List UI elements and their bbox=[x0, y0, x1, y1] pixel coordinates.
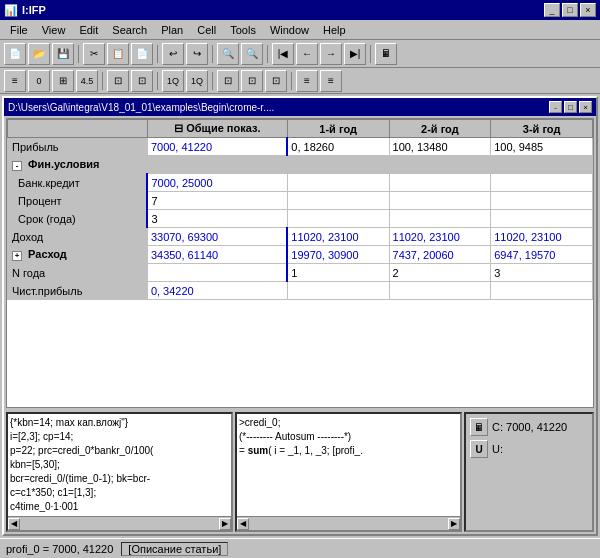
tb2-b5[interactable]: ⊡ bbox=[265, 70, 287, 92]
tb2-lines2[interactable]: ≡ bbox=[320, 70, 342, 92]
tb2-b2[interactable]: ⊡ bbox=[131, 70, 153, 92]
inner-close[interactable]: × bbox=[579, 101, 592, 113]
cell-ngoda-0[interactable] bbox=[147, 264, 287, 282]
tb2-lines[interactable]: ≡ bbox=[296, 70, 318, 92]
tb2-zero[interactable]: 0 bbox=[28, 70, 50, 92]
cell-rashod-3[interactable]: 6947, 19570 bbox=[491, 246, 593, 264]
code-mid-line-2: (*-------- Autosum --------*) bbox=[239, 430, 458, 444]
new-button[interactable]: 📄 bbox=[4, 43, 26, 65]
close-button[interactable]: × bbox=[580, 3, 596, 17]
find-button[interactable]: 🔍 bbox=[241, 43, 263, 65]
expand-rashod-icon[interactable]: + bbox=[12, 251, 22, 261]
cell-bank-3[interactable] bbox=[491, 174, 593, 192]
table-row: + Расход 34350, 61140 19970, 30900 7437,… bbox=[8, 246, 593, 264]
cell-chistpribyl-3[interactable] bbox=[491, 282, 593, 300]
cell-ngoda-2[interactable]: 2 bbox=[389, 264, 491, 282]
scroll-left-arrow[interactable]: ◀ bbox=[8, 518, 20, 530]
cell-dohod-0[interactable]: 33070, 69300 bbox=[147, 228, 287, 246]
menu-plan[interactable]: Plan bbox=[155, 23, 189, 37]
scroll-right-arrow[interactable]: ▶ bbox=[219, 518, 231, 530]
menu-search[interactable]: Search bbox=[106, 23, 153, 37]
cell-srok-3[interactable] bbox=[491, 210, 593, 228]
cell-srok-0[interactable]: 3 bbox=[147, 210, 287, 228]
inner-minimize[interactable]: - bbox=[549, 101, 562, 113]
undo-button[interactable]: ↩ bbox=[162, 43, 184, 65]
paste-button[interactable]: 📄 bbox=[131, 43, 153, 65]
open-button[interactable]: 📂 bbox=[28, 43, 50, 65]
cell-rashod-1[interactable]: 19970, 30900 bbox=[287, 246, 389, 264]
search-button[interactable]: 🔍 bbox=[217, 43, 239, 65]
cell-dohod-1[interactable]: 11020, 23100 bbox=[287, 228, 389, 246]
cell-rashod-2[interactable]: 7437, 20060 bbox=[389, 246, 491, 264]
menu-cell[interactable]: Cell bbox=[191, 23, 222, 37]
row-label-fin[interactable]: - Фин.условия bbox=[8, 156, 593, 174]
row-label-rashod[interactable]: + Расход bbox=[8, 246, 148, 264]
cut-button[interactable]: ✂ bbox=[83, 43, 105, 65]
table-row: N года 1 2 3 bbox=[8, 264, 593, 282]
cell-dohod-2[interactable]: 11020, 23100 bbox=[389, 228, 491, 246]
menu-view[interactable]: View bbox=[36, 23, 72, 37]
cell-srok-2[interactable] bbox=[389, 210, 491, 228]
cell-ngoda-1[interactable]: 1 bbox=[287, 264, 389, 282]
sep-3 bbox=[212, 45, 213, 63]
redo-button[interactable]: ↪ bbox=[186, 43, 208, 65]
cell-chistpribyl-0[interactable]: 0, 34220 bbox=[147, 282, 287, 300]
cell-srok-1[interactable] bbox=[287, 210, 389, 228]
minimize-button[interactable]: _ bbox=[544, 3, 560, 17]
cell-chistpribyl-1[interactable] bbox=[287, 282, 389, 300]
cell-bank-0[interactable]: 7000, 25000 bbox=[147, 174, 287, 192]
menu-window[interactable]: Window bbox=[264, 23, 315, 37]
inner-maximize[interactable]: □ bbox=[564, 101, 577, 113]
cell-chistpribyl-2[interactable] bbox=[389, 282, 491, 300]
table-row: - Фин.условия bbox=[8, 156, 593, 174]
save-button[interactable]: 💾 bbox=[52, 43, 74, 65]
tb2-b1[interactable]: ⊡ bbox=[107, 70, 129, 92]
cell-pribyl-1[interactable]: 0, 18260 bbox=[287, 138, 389, 156]
calc-button[interactable]: 🖩 bbox=[375, 43, 397, 65]
scrollbar-left[interactable]: ◀ ▶ bbox=[8, 516, 231, 530]
scroll-mid-right-arrow[interactable]: ▶ bbox=[448, 518, 460, 530]
cell-dohod-3[interactable]: 11020, 23100 bbox=[491, 228, 593, 246]
cell-ngoda-3[interactable]: 3 bbox=[491, 264, 593, 282]
cell-pribyl-3[interactable]: 100, 9485 bbox=[491, 138, 593, 156]
tb2-1q2[interactable]: 1Q bbox=[186, 70, 208, 92]
row-label-pribyl: Прибыль bbox=[8, 138, 148, 156]
cell-percent-3[interactable] bbox=[491, 192, 593, 210]
menu-edit[interactable]: Edit bbox=[73, 23, 104, 37]
cell-bank-1[interactable] bbox=[287, 174, 389, 192]
tb2-plus[interactable]: ⊞ bbox=[52, 70, 74, 92]
scrollbar-middle[interactable]: ◀ ▶ bbox=[237, 516, 460, 530]
copy-button[interactable]: 📋 bbox=[107, 43, 129, 65]
inner-title-buttons: - □ × bbox=[549, 101, 592, 113]
cell-rashod-0[interactable]: 34350, 61140 bbox=[147, 246, 287, 264]
menu-help[interactable]: Help bbox=[317, 23, 352, 37]
cell-percent-2[interactable] bbox=[389, 192, 491, 210]
nav-prev[interactable]: ← bbox=[296, 43, 318, 65]
panel-code-left: {*kbn=14; max кап.вложj"} i=[2,3]; cp=14… bbox=[6, 412, 233, 532]
nav-first[interactable]: |◀ bbox=[272, 43, 294, 65]
expand-fin-icon[interactable]: - bbox=[12, 161, 22, 171]
nav-last[interactable]: ▶| bbox=[344, 43, 366, 65]
tb2-1q[interactable]: 1Q bbox=[162, 70, 184, 92]
table-row: Банк.кредит 7000, 25000 bbox=[8, 174, 593, 192]
cell-percent-1[interactable] bbox=[287, 192, 389, 210]
nav-next[interactable]: → bbox=[320, 43, 342, 65]
cell-percent-0[interactable]: 7 bbox=[147, 192, 287, 210]
cell-pribyl-2[interactable]: 100, 13480 bbox=[389, 138, 491, 156]
code-text-left: {*kbn=14; max кап.вложj"} i=[2,3]; cp=14… bbox=[8, 414, 231, 516]
tb2-b4[interactable]: ⊡ bbox=[241, 70, 263, 92]
col-header-1[interactable]: ⊟ Общие показ. bbox=[147, 120, 287, 138]
menu-file[interactable]: File bbox=[4, 23, 34, 37]
tb2-val[interactable]: 4.5 bbox=[76, 70, 98, 92]
scroll-mid-left-arrow[interactable]: ◀ bbox=[237, 518, 249, 530]
menu-tools[interactable]: Tools bbox=[224, 23, 262, 37]
sep-5 bbox=[370, 45, 371, 63]
maximize-button[interactable]: □ bbox=[562, 3, 578, 17]
cell-bank-2[interactable] bbox=[389, 174, 491, 192]
tb2-b3[interactable]: ⊡ bbox=[217, 70, 239, 92]
tb2-grid[interactable]: ≡ bbox=[4, 70, 26, 92]
content-area: D:\Users\Gal\integra\V18_01_01\examples\… bbox=[0, 94, 600, 538]
cell-pribyl-0[interactable]: 7000, 41220 bbox=[147, 138, 287, 156]
col-header-4: 3-й год bbox=[491, 120, 593, 138]
sep-2 bbox=[157, 45, 158, 63]
